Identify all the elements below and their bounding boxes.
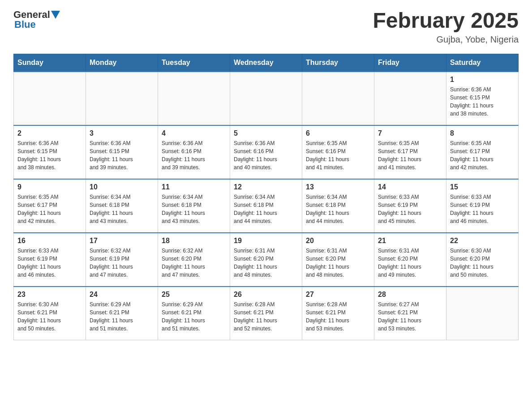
day-info: Sunrise: 6:32 AMSunset: 6:19 PMDaylight:… [90, 247, 154, 279]
day-cell: 4Sunrise: 6:36 AMSunset: 6:16 PMDaylight… [158, 125, 230, 179]
day-cell: 23Sunrise: 6:30 AMSunset: 6:21 PMDayligh… [14, 287, 86, 340]
day-number: 23 [17, 291, 82, 299]
day-number: 20 [306, 237, 370, 245]
day-number: 24 [90, 291, 154, 299]
day-info: Sunrise: 6:35 AMSunset: 6:17 PMDaylight:… [17, 193, 82, 225]
day-cell: 26Sunrise: 6:28 AMSunset: 6:21 PMDayligh… [230, 287, 302, 340]
day-cell [374, 72, 446, 125]
day-info: Sunrise: 6:35 AMSunset: 6:17 PMDaylight:… [450, 139, 515, 171]
day-number: 27 [306, 291, 370, 299]
week-row-5: 23Sunrise: 6:30 AMSunset: 6:21 PMDayligh… [14, 287, 519, 340]
day-number: 15 [450, 183, 515, 191]
day-number: 6 [306, 129, 370, 137]
day-number: 21 [378, 237, 442, 245]
page-header: General Blue February 2025 Gujba, Yobe, … [13, 9, 519, 45]
day-cell: 25Sunrise: 6:29 AMSunset: 6:21 PMDayligh… [158, 287, 230, 340]
day-cell: 28Sunrise: 6:27 AMSunset: 6:21 PMDayligh… [374, 287, 446, 340]
day-info: Sunrise: 6:35 AMSunset: 6:16 PMDaylight:… [306, 139, 370, 171]
day-number: 7 [378, 129, 442, 137]
day-cell: 6Sunrise: 6:35 AMSunset: 6:16 PMDaylight… [302, 125, 374, 179]
day-info: Sunrise: 6:36 AMSunset: 6:15 PMDaylight:… [17, 139, 82, 171]
day-cell: 8Sunrise: 6:35 AMSunset: 6:17 PMDaylight… [446, 125, 519, 179]
week-row-4: 16Sunrise: 6:33 AMSunset: 6:19 PMDayligh… [14, 233, 519, 287]
day-cell [86, 72, 158, 125]
day-info: Sunrise: 6:33 AMSunset: 6:19 PMDaylight:… [17, 247, 82, 279]
day-number: 2 [17, 129, 82, 137]
day-cell: 7Sunrise: 6:35 AMSunset: 6:17 PMDaylight… [374, 125, 446, 179]
day-cell [446, 287, 519, 340]
calendar-table: SundayMondayTuesdayWednesdayThursdayFrid… [13, 54, 519, 341]
day-number: 8 [450, 129, 515, 137]
day-cell: 19Sunrise: 6:31 AMSunset: 6:20 PMDayligh… [230, 233, 302, 287]
day-info: Sunrise: 6:30 AMSunset: 6:20 PMDaylight:… [450, 247, 515, 279]
day-info: Sunrise: 6:35 AMSunset: 6:17 PMDaylight:… [378, 139, 442, 171]
day-cell: 9Sunrise: 6:35 AMSunset: 6:17 PMDaylight… [14, 179, 86, 233]
day-number: 4 [162, 129, 226, 137]
logo-blue: Blue [14, 19, 36, 30]
day-info: Sunrise: 6:31 AMSunset: 6:20 PMDaylight:… [234, 247, 298, 279]
day-number: 14 [378, 183, 442, 191]
day-info: Sunrise: 6:29 AMSunset: 6:21 PMDaylight:… [90, 300, 154, 333]
day-number: 9 [17, 183, 82, 191]
day-number: 10 [90, 183, 154, 191]
day-cell: 20Sunrise: 6:31 AMSunset: 6:20 PMDayligh… [302, 233, 374, 287]
day-number: 18 [162, 237, 226, 245]
day-cell [230, 72, 302, 125]
day-number: 3 [90, 129, 154, 137]
day-info: Sunrise: 6:36 AMSunset: 6:15 PMDaylight:… [450, 86, 515, 118]
day-info: Sunrise: 6:33 AMSunset: 6:19 PMDaylight:… [378, 193, 442, 225]
day-info: Sunrise: 6:29 AMSunset: 6:21 PMDaylight:… [162, 300, 226, 333]
day-cell: 3Sunrise: 6:36 AMSunset: 6:15 PMDaylight… [86, 125, 158, 179]
day-number: 26 [234, 291, 298, 299]
day-cell: 1Sunrise: 6:36 AMSunset: 6:15 PMDaylight… [446, 72, 519, 125]
day-cell: 16Sunrise: 6:33 AMSunset: 6:19 PMDayligh… [14, 233, 86, 287]
day-info: Sunrise: 6:34 AMSunset: 6:18 PMDaylight:… [234, 193, 298, 225]
day-cell: 5Sunrise: 6:36 AMSunset: 6:16 PMDaylight… [230, 125, 302, 179]
logo-triangle-icon [51, 11, 60, 19]
svg-marker-0 [51, 11, 60, 19]
weekday-header-friday: Friday [374, 54, 446, 72]
day-number: 5 [234, 129, 298, 137]
day-cell: 11Sunrise: 6:34 AMSunset: 6:18 PMDayligh… [158, 179, 230, 233]
day-info: Sunrise: 6:34 AMSunset: 6:18 PMDaylight:… [90, 193, 154, 225]
day-cell: 22Sunrise: 6:30 AMSunset: 6:20 PMDayligh… [446, 233, 519, 287]
day-number: 12 [234, 183, 298, 191]
day-info: Sunrise: 6:34 AMSunset: 6:18 PMDaylight:… [162, 193, 226, 225]
day-info: Sunrise: 6:28 AMSunset: 6:21 PMDaylight:… [234, 300, 298, 333]
weekday-header-saturday: Saturday [446, 54, 519, 72]
day-number: 16 [17, 237, 82, 245]
weekday-header-monday: Monday [86, 54, 158, 72]
weekday-header-sunday: Sunday [14, 54, 86, 72]
day-number: 25 [162, 291, 226, 299]
day-cell [158, 72, 230, 125]
day-cell: 17Sunrise: 6:32 AMSunset: 6:19 PMDayligh… [86, 233, 158, 287]
day-number: 22 [450, 237, 515, 245]
day-cell: 27Sunrise: 6:28 AMSunset: 6:21 PMDayligh… [302, 287, 374, 340]
weekday-header-tuesday: Tuesday [158, 54, 230, 72]
calendar-subtitle: Gujba, Yobe, Nigeria [373, 34, 519, 45]
day-cell [302, 72, 374, 125]
day-cell: 2Sunrise: 6:36 AMSunset: 6:15 PMDaylight… [14, 125, 86, 179]
day-cell: 12Sunrise: 6:34 AMSunset: 6:18 PMDayligh… [230, 179, 302, 233]
day-number: 19 [234, 237, 298, 245]
day-number: 13 [306, 183, 370, 191]
day-info: Sunrise: 6:31 AMSunset: 6:20 PMDaylight:… [378, 247, 442, 279]
day-cell: 21Sunrise: 6:31 AMSunset: 6:20 PMDayligh… [374, 233, 446, 287]
day-info: Sunrise: 6:32 AMSunset: 6:20 PMDaylight:… [162, 247, 226, 279]
day-number: 1 [450, 76, 515, 84]
day-cell: 24Sunrise: 6:29 AMSunset: 6:21 PMDayligh… [86, 287, 158, 340]
day-info: Sunrise: 6:36 AMSunset: 6:16 PMDaylight:… [234, 139, 298, 171]
day-cell: 13Sunrise: 6:34 AMSunset: 6:18 PMDayligh… [302, 179, 374, 233]
week-row-2: 2Sunrise: 6:36 AMSunset: 6:15 PMDaylight… [14, 125, 519, 179]
day-info: Sunrise: 6:36 AMSunset: 6:15 PMDaylight:… [90, 139, 154, 171]
day-info: Sunrise: 6:34 AMSunset: 6:18 PMDaylight:… [306, 193, 370, 225]
day-info: Sunrise: 6:30 AMSunset: 6:21 PMDaylight:… [17, 300, 82, 333]
day-number: 28 [378, 291, 442, 299]
logo: General Blue [13, 9, 60, 30]
day-number: 17 [90, 237, 154, 245]
week-row-3: 9Sunrise: 6:35 AMSunset: 6:17 PMDaylight… [14, 179, 519, 233]
day-cell: 18Sunrise: 6:32 AMSunset: 6:20 PMDayligh… [158, 233, 230, 287]
day-cell: 10Sunrise: 6:34 AMSunset: 6:18 PMDayligh… [86, 179, 158, 233]
weekday-header-wednesday: Wednesday [230, 54, 302, 72]
calendar-header: SundayMondayTuesdayWednesdayThursdayFrid… [14, 54, 519, 72]
